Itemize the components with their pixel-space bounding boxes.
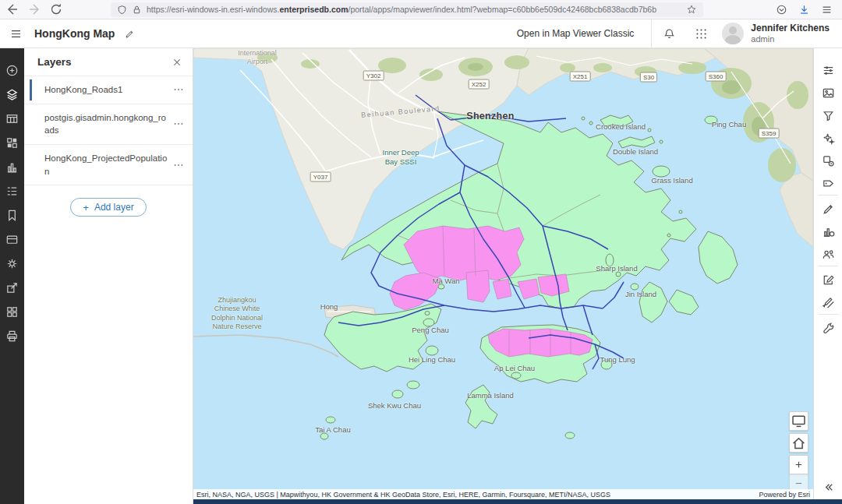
left-toolbar-save-icon[interactable] — [5, 232, 19, 247]
right-toolbar-sharing-icon[interactable] — [821, 247, 836, 262]
open-in-classic-link[interactable]: Open in Map Viewer Classic — [517, 28, 635, 39]
layers-panel-title: Layers — [37, 56, 72, 68]
left-toolbar-tables-icon[interactable] — [5, 111, 19, 126]
left-toolbar-print-icon[interactable] — [5, 329, 19, 344]
browser-menu-icon[interactable] — [821, 4, 833, 16]
left-toolbar-apps-icon[interactable] — [5, 305, 19, 319]
left-toolbar-legend-icon[interactable] — [5, 184, 19, 199]
toolbar-divider — [819, 266, 838, 266]
tracking-shield-icon[interactable] — [117, 5, 127, 15]
map-canvas[interactable] — [193, 48, 813, 496]
home-button[interactable] — [789, 433, 808, 453]
bookmark-star-icon[interactable] — [686, 4, 697, 15]
collapse-toolbar-icon[interactable] — [821, 480, 836, 495]
right-toolbar-properties-icon[interactable] — [821, 63, 836, 78]
layer-options-icon[interactable] — [172, 118, 185, 130]
right-toolbar-styles-icon[interactable] — [821, 86, 836, 100]
layer-item[interactable]: HongKong_ProjectedPopulation — [24, 145, 193, 185]
user-name: Jennifer Kitchens — [751, 23, 830, 34]
app-menu-icon[interactable] — [0, 27, 31, 41]
layer-name: HongKong_Roads1 — [44, 83, 127, 97]
layer-item[interactable]: HongKong_Roads1 — [24, 76, 193, 104]
right-toolbar-labels-icon[interactable] — [821, 176, 836, 191]
right-toolbar-charts-config-icon[interactable] — [821, 224, 836, 239]
window-bottom-strip — [193, 499, 842, 504]
user-avatar[interactable] — [722, 23, 744, 44]
toolbar-divider — [819, 314, 838, 315]
map-attribution: Esri, NASA, NGA, USGS | Mapwithyou, HK G… — [193, 489, 813, 499]
edit-title-pencil-icon[interactable] — [124, 28, 136, 40]
map-title: HongKong Map — [34, 27, 115, 40]
layer-options-icon[interactable] — [172, 83, 185, 96]
left-toolbar-map-properties-icon[interactable] — [5, 256, 19, 271]
app-header: HongKong Map Open in Map Viewer Classic … — [0, 19, 842, 48]
downloads-icon[interactable] — [798, 4, 810, 16]
map-area[interactable]: International AirportBeihuan BoulevardSh… — [193, 48, 813, 504]
full-extent-button[interactable] — [789, 411, 808, 431]
user-info[interactable]: Jennifer Kitchens admin — [751, 23, 830, 44]
layer-list: HongKong_Roads1postgis.gisadmin.hongkong… — [24, 76, 193, 185]
address-bar[interactable]: https://esri-windows-in.esri-windows.ent… — [111, 2, 703, 17]
right-toolbar-pop-ups-icon[interactable] — [821, 202, 836, 217]
layer-options-icon[interactable] — [172, 159, 185, 171]
notifications-bell-icon[interactable] — [663, 27, 676, 41]
attribution-text: Esri, NASA, NGA, USGS | Mapwithyou, HK G… — [196, 491, 610, 499]
left-toolbar-layers-icon[interactable] — [5, 87, 19, 102]
right-toolbar-filter-icon[interactable] — [821, 108, 836, 123]
right-toolbar-edit-icon[interactable] — [821, 273, 836, 287]
left-toolbar-share-icon[interactable] — [5, 280, 19, 295]
layer-name: postgis.gisadmin.hongkong_roads — [44, 111, 172, 137]
left-toolbar-charts-icon[interactable] — [5, 160, 19, 174]
left-toolbar-bookmarks-icon[interactable] — [5, 208, 19, 223]
close-panel-icon[interactable] — [171, 56, 183, 69]
browser-reload-button[interactable] — [47, 2, 65, 17]
browser-back-button[interactable] — [3, 2, 22, 17]
right-toolbar-aggregation-icon[interactable] — [821, 153, 836, 168]
layer-name: HongKong_ProjectedPopulation — [44, 152, 172, 178]
header-divider — [651, 19, 652, 48]
right-toolbar-map-tools-icon[interactable] — [821, 321, 836, 336]
zoom-in-button[interactable] — [789, 455, 808, 474]
right-toolbar — [813, 48, 842, 504]
toolbar-divider — [819, 195, 838, 196]
user-role: admin — [751, 34, 830, 44]
pocket-icon[interactable] — [776, 4, 787, 16]
left-toolbar-basemap-icon[interactable] — [5, 136, 19, 150]
right-toolbar-sketch-icon[interactable] — [821, 295, 836, 310]
site-lock-icon[interactable] — [132, 5, 142, 15]
add-layer-button[interactable]: +Add layer — [70, 198, 146, 217]
browser-forward-button[interactable] — [25, 2, 44, 17]
left-toolbar-add-new-icon[interactable] — [5, 63, 19, 78]
left-toolbar — [0, 48, 24, 504]
layers-panel: Layers HongKong_Roads1postgis.gisadmin.h… — [24, 48, 193, 504]
layer-item[interactable]: postgis.gisadmin.hongkong_roads — [24, 104, 193, 145]
plus-icon: + — [83, 203, 89, 213]
browser-toolbar: https://esri-windows-in.esri-windows.ent… — [0, 0, 842, 19]
app-launcher-icon[interactable] — [695, 27, 708, 41]
url-text: https://esri-windows-in.esri-windows.ent… — [147, 5, 686, 14]
right-toolbar-effects-icon[interactable] — [821, 131, 836, 146]
powered-by-esri: Powered by Esri — [759, 491, 810, 499]
